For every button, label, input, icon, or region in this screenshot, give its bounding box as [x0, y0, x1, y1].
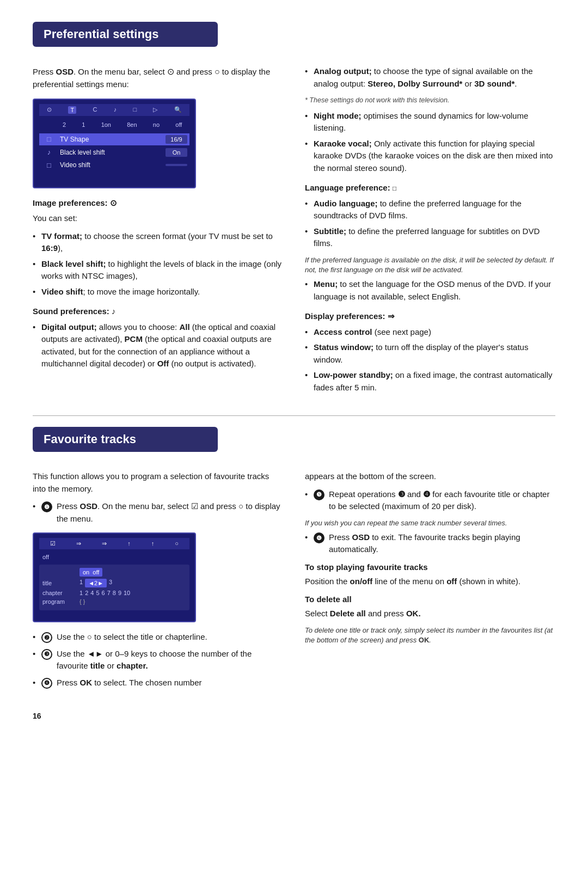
lang-list: Audio language; to define the preferred … [305, 198, 555, 250]
fav-osd-screen: ☑ ⇒ ⇒ ↑ ↑ ○ off on off ti [33, 532, 196, 622]
chapter-label: chapter [42, 590, 75, 596]
image-you-can-set: You can set: [33, 212, 283, 225]
step1-osd-key: OSD [80, 501, 98, 511]
sound-pref-item-1: Digital output; allows you to choose: Al… [33, 321, 283, 370]
step4-ok-key: OK [80, 678, 93, 687]
step6-text: Press OSD to exit. The favourite tracks … [329, 531, 555, 556]
osd-row-1: □ TV Shape 16/9 [39, 133, 189, 145]
title-num-1: 1 [79, 579, 83, 587]
page-number: 16 [33, 710, 555, 722]
preferential-section: Preferential settings Press OSD. On the … [33, 22, 555, 399]
delete-ok-key: OK [419, 636, 430, 644]
fav-title-row: title 1 ◄2► 3 [42, 579, 186, 587]
night-karaoke-list: Night mode; optimises the sound dynamics… [305, 110, 555, 175]
step3-title-bold: title [90, 661, 105, 670]
osd-val-5: 8en [127, 121, 137, 128]
analog-item: Analog output; to choose the type of sig… [305, 65, 555, 90]
osd-icon-6: ▷ [153, 106, 157, 114]
preferential-section-title: Preferential settings [33, 22, 218, 47]
step5-italic-note: If you wish you can repeat the same trac… [305, 518, 555, 528]
step2-num: ❷ [41, 632, 52, 643]
status-window-item: Status window; to turn off the display o… [305, 341, 555, 366]
ok-bold: OK. [406, 609, 421, 618]
ch-3: 4 [90, 590, 94, 596]
display-list: Access control (see next page) Status wi… [305, 326, 555, 394]
favourite-step-2: ❷ Use the ○ to select the title or chapt… [33, 631, 283, 644]
star-note: * These settings do not work with this t… [305, 95, 555, 106]
karaoke-item: Karaoke vocal; Only activate this functi… [305, 138, 555, 175]
image-pref-list: TV format; to choose the screen format (… [33, 230, 283, 298]
ok-circle-icon: ○ [215, 67, 220, 76]
osd-val-2: 2 [63, 121, 66, 128]
fav-program-row: program { } [42, 598, 186, 605]
favourite-section: Favourite tracks This function allows yo… [33, 427, 555, 694]
fav-chapter-row: chapter 1 2 4 5 6 7 8 9 10 [42, 590, 186, 596]
ch-2: 2 [85, 590, 88, 596]
ch-6: 7 [107, 590, 111, 596]
osd-icon-7: 🔍 [174, 106, 182, 114]
to-stop-text: Position the on/off line of the menu on … [305, 575, 555, 588]
image-pref-label: Image preferences: ⊙ [33, 197, 283, 210]
step5-text: Repeat operations ❸ and ❹ for each favou… [329, 488, 555, 513]
fav-osd-grid: on off title 1 ◄2► 3 chapter [39, 565, 189, 610]
osd-val-6: no [153, 121, 160, 128]
analog-list: Analog output; to choose the type of sig… [305, 65, 555, 90]
page-container: Preferential settings Press OSD. On the … [33, 22, 555, 722]
osd-icon-3: C [93, 106, 97, 114]
display-pref-icon: ⇒ [388, 311, 395, 321]
sound-pref-label: Sound preferences: ♪ [33, 305, 283, 318]
fav-osd-top-bar: ☑ ⇒ ⇒ ↑ ↑ ○ [39, 538, 189, 549]
step5-num: ❺ [314, 489, 324, 500]
osd-icon-5: □ [133, 106, 137, 114]
osd-row2-label: Black level shift [57, 149, 166, 156]
osd-row1-value: 16/9 [166, 135, 187, 144]
fav-icon-2: ⇒ [76, 540, 81, 547]
section-divider [33, 415, 555, 416]
lang-pref-icon: □ [393, 185, 396, 192]
preferential-left-col: Press OSD. On the menu bar, select ⊙ and… [33, 65, 283, 399]
osd-top-bar: ⊙ T C ♪ □ ▷ 🔍 [39, 104, 189, 116]
favourite-steps-left-2: ❷ Use the ○ to select the title or chapt… [33, 631, 283, 689]
osd-row2-icon: ♪ [41, 148, 57, 156]
program-val: { } [79, 598, 85, 605]
step6-osd-key: OSD [352, 532, 370, 542]
step1-text: Press OSD. On the menu bar, select ☑ and… [57, 500, 283, 525]
title-num-3: 3 [109, 579, 112, 587]
access-control-item: Access control (see next page) [305, 326, 555, 339]
osd-icon-4: ♪ [114, 106, 117, 114]
fav-icon-1: ☑ [50, 540, 56, 547]
step5-num4: ❹ [423, 489, 430, 499]
step5-num3: ❸ [398, 489, 405, 499]
menu-lang-item: Menu; to set the language for the OSD me… [305, 278, 555, 303]
step3-num: ❸ [41, 649, 52, 660]
image-pref-icon: ⊙ [110, 198, 117, 207]
image-pref-item-1: TV format; to choose the screen format (… [33, 230, 283, 255]
step3-keys: ◄► or 0–9 [87, 649, 128, 658]
fav-status-row: off [39, 553, 189, 561]
step1-icon: ☑ [191, 501, 198, 511]
step4-num: ❹ [41, 678, 52, 689]
step6-num: ❻ [314, 532, 324, 543]
step4-text: Press OK to select. The chosen number [57, 677, 202, 689]
sound-pref-list: Digital output; allows you to choose: Al… [33, 321, 283, 370]
ch-9: 10 [124, 590, 130, 596]
preferential-intro: Press OSD. On the menu bar, select ⊙ and… [33, 65, 283, 91]
osd-values-bar: 2 1 1on 8en no off [39, 119, 189, 130]
image-pref-item-2: Black level shift; to highlight the leve… [33, 258, 283, 283]
title-num-2: ◄2► [85, 579, 107, 587]
osd-row-3: □ Video shift [39, 160, 189, 171]
favourite-right-col: appears at the bottom of the screen. ❺ R… [305, 470, 555, 694]
ch-1: 1 [79, 590, 83, 596]
lang-pref-label: Language preference: □ [305, 182, 555, 194]
title-nums: 1 ◄2► 3 [79, 579, 112, 587]
osd-val-3: 1 [82, 121, 85, 128]
preferential-right-col: Analog output; to choose the type of sig… [305, 65, 555, 399]
ch-7: 8 [113, 590, 116, 596]
step2-text: Use the ○ to select the title or chapter… [57, 631, 207, 644]
osd-val-7: off [175, 121, 182, 128]
favourite-left-col: This function allows you to program a se… [33, 470, 283, 694]
fav-on-off-row: on off [42, 568, 186, 577]
appears-text: appears at the bottom of the screen. [305, 470, 555, 483]
fav-icon-6: ○ [175, 540, 179, 547]
delete-all-bold: Delete all [330, 609, 366, 618]
